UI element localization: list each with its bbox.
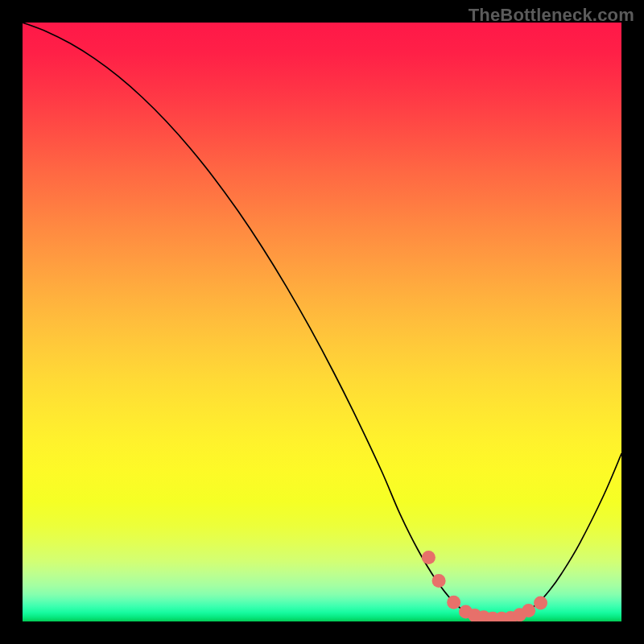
chart-marker xyxy=(447,596,460,609)
chart-container: TheBottleneck.com xyxy=(0,0,644,644)
chart-background xyxy=(23,23,621,621)
chart-marker xyxy=(522,604,535,617)
chart-marker xyxy=(534,596,547,609)
chart-marker xyxy=(422,551,436,564)
chart-plot-area xyxy=(23,23,621,621)
chart-marker xyxy=(432,574,446,588)
